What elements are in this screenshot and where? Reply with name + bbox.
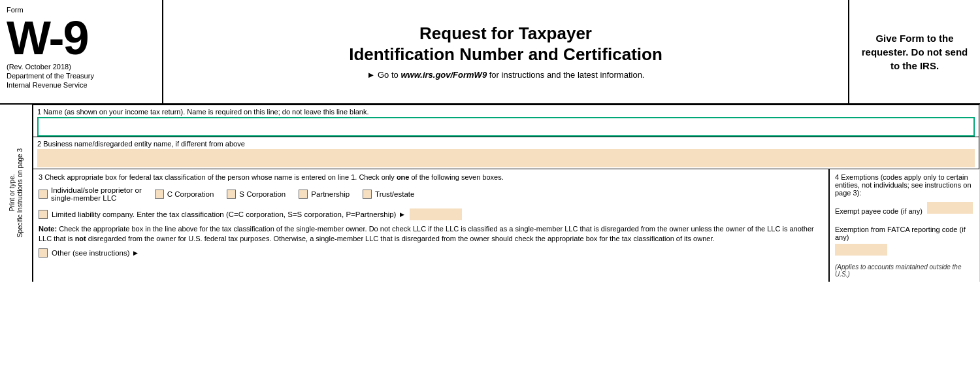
form-send-instruction: Give Form to the requester. Do not send …: [849, 0, 980, 103]
form-dept1: Department of the Treasury: [7, 72, 155, 80]
field1-input[interactable]: [37, 117, 975, 137]
form-dept2: Internal Revenue Service: [7, 81, 155, 89]
llc-label: Limited liability company. Enter the tax…: [52, 210, 406, 218]
checkbox-ccorp-box[interactable]: [155, 190, 164, 199]
field4-exempt-label: Exempt payee code (if any): [835, 207, 923, 215]
checkbox-partnership-box[interactable]: [299, 190, 308, 199]
checkbox-individual-box[interactable]: [39, 190, 48, 199]
form-number: W-9: [7, 14, 155, 61]
checkbox-ccorp-label: C Corporation: [167, 190, 214, 198]
w9-form: Form W-9 (Rev. October 2018) Department …: [0, 0, 980, 282]
field4-fatca-row: Exemption from FATCA reporting code (if …: [835, 225, 974, 257]
form-header: Form W-9 (Rev. October 2018) Department …: [0, 0, 980, 105]
form-title-area: Request for Taxpayer Identification Numb…: [163, 0, 849, 103]
field3-container: 3 Check appropriate box for federal tax …: [33, 169, 829, 282]
checkbox-trust: Trust/estate: [363, 190, 414, 199]
checkbox-scorp-label: S Corporation: [239, 190, 286, 198]
classification-checkboxes: Individual/sole proprietor orsingle-memb…: [39, 186, 823, 202]
llc-note: Note: Check the appropriate box in the l…: [39, 224, 823, 244]
llc-row: Limited liability company. Enter the tax…: [39, 208, 823, 220]
form-fields: 1 Name (as shown on your income tax retu…: [33, 105, 980, 282]
field4-container: 4 Exemptions (codes apply only to certai…: [829, 169, 979, 282]
checkbox-trust-box[interactable]: [363, 190, 372, 199]
form-body: Print or type. Specific Instructions on …: [0, 105, 980, 282]
side-label-text: Print or type. Specific Instructions on …: [8, 148, 24, 237]
checkbox-partnership: Partnership: [299, 190, 350, 199]
checkbox-scorp: S Corporation: [227, 190, 286, 199]
checkbox-llc-box[interactable]: [39, 210, 48, 219]
send-instruction-text: Give Form to the requester. Do not send …: [857, 31, 972, 73]
checkbox-individual-label: Individual/sole proprietor orsingle-memb…: [51, 186, 142, 202]
form-sub-instruction: ► Go to www.irs.gov/FormW9 for instructi…: [367, 70, 645, 80]
field1-label: 1 Name (as shown on your income tax retu…: [37, 108, 975, 116]
field3-title: 3 Check appropriate box for federal tax …: [39, 173, 823, 181]
form-identity: Form W-9 (Rev. October 2018) Department …: [0, 0, 163, 103]
checkbox-scorp-box[interactable]: [227, 190, 236, 199]
checkbox-ccorp: C Corporation: [155, 190, 214, 199]
field2-input[interactable]: [37, 149, 975, 167]
checkbox-trust-label: Trust/estate: [375, 190, 414, 198]
field4-title: 4 Exemptions (codes apply only to certai…: [835, 173, 974, 197]
field1-container: 1 Name (as shown on your income tax retu…: [33, 105, 979, 137]
other-label: Other (see instructions) ►: [52, 249, 139, 257]
field34-row: 3 Check appropriate box for federal tax …: [33, 169, 979, 282]
field4-fatca-input[interactable]: [835, 244, 887, 256]
field4-applies: (Applies to accounts maintained outside …: [835, 263, 974, 278]
llc-classification-input[interactable]: [410, 208, 462, 220]
field4-fatca-label: Exemption from FATCA reporting code (if …: [835, 225, 974, 241]
checkbox-other-box[interactable]: [39, 248, 48, 258]
field2-container: 2 Business name/disregarded entity name,…: [33, 137, 979, 169]
field2-label: 2 Business name/disregarded entity name,…: [37, 140, 975, 148]
other-row: Other (see instructions) ►: [39, 248, 823, 258]
field4-exempt-input[interactable]: [927, 202, 973, 214]
checkbox-individual: Individual/sole proprietor orsingle-memb…: [39, 186, 142, 202]
form-title: Request for Taxpayer Identification Numb…: [349, 24, 662, 64]
side-label: Print or type. Specific Instructions on …: [0, 105, 33, 282]
field4-exempt-row: Exempt payee code (if any): [835, 202, 974, 215]
checkbox-partnership-label: Partnership: [311, 190, 350, 198]
